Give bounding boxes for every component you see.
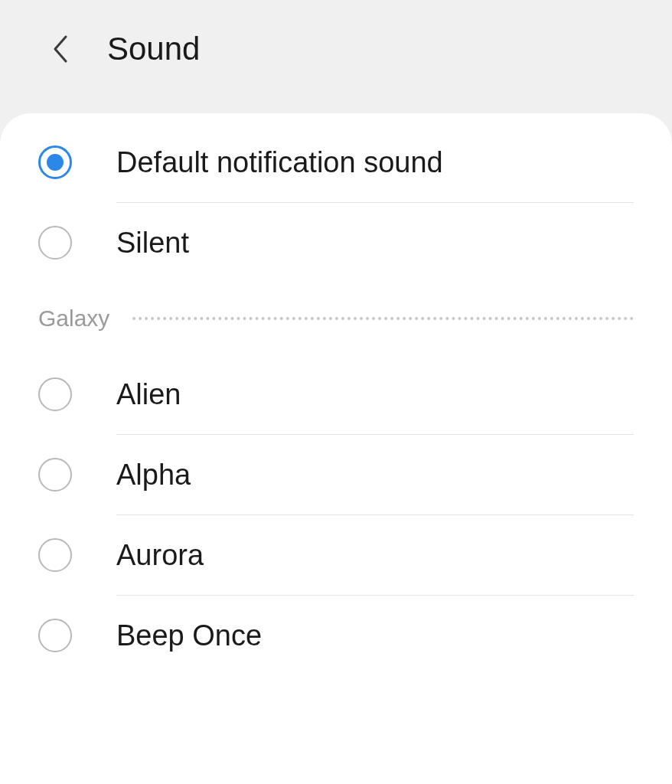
radio-selected-icon [38, 145, 72, 179]
section-header-galaxy: Galaxy [0, 283, 672, 354]
sound-option-label: Default notification sound [116, 146, 634, 179]
radio-icon [38, 619, 72, 652]
section-title: Galaxy [38, 305, 109, 332]
radio-icon [38, 377, 72, 411]
sound-option-label: Alpha [116, 459, 634, 492]
sound-option-label: Beep Once [116, 619, 634, 652]
sound-option-alpha[interactable]: Alpha [0, 435, 672, 514]
sound-option-label: Silent [116, 227, 634, 260]
radio-icon [38, 458, 72, 492]
sound-option-silent[interactable]: Silent [0, 203, 672, 283]
page-title: Sound [107, 31, 200, 67]
content-panel: Default notification sound Silent Galaxy… [0, 113, 672, 784]
sound-option-label: Alien [116, 378, 634, 411]
sound-option-aurora[interactable]: Aurora [0, 515, 672, 595]
sound-option-label: Aurora [116, 539, 634, 572]
sound-option-beep-once[interactable]: Beep Once [0, 596, 672, 675]
radio-icon [38, 538, 72, 572]
sound-option-alien[interactable]: Alien [0, 354, 672, 434]
radio-icon [38, 226, 72, 260]
back-icon[interactable] [46, 34, 77, 64]
dotted-divider [132, 317, 634, 320]
sound-option-default[interactable]: Default notification sound [0, 113, 672, 202]
header: Sound [0, 0, 672, 113]
